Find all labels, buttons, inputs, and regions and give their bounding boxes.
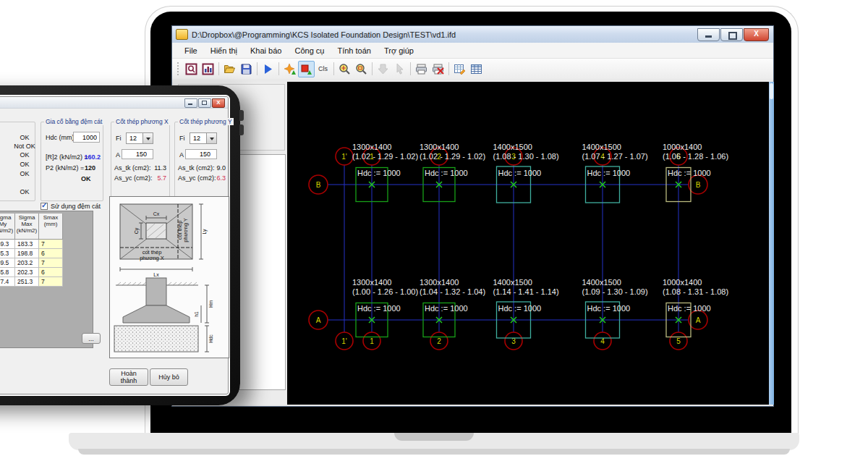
asyc-x-label: As_yc (cm2):: [114, 174, 153, 182]
svg-text:(1.08 - 1.31 - 1.08): (1.08 - 1.31 - 1.08): [663, 287, 728, 296]
fi-y-combobox[interactable]: 12: [190, 132, 217, 144]
svg-text:Ly: Ly: [202, 229, 208, 235]
print-icon[interactable]: [413, 61, 430, 77]
svg-text:Lx: Lx: [153, 272, 159, 277]
dialog-titlebar[interactable]: X: [0, 97, 228, 109]
sand-cushion-group: Gia cố bằng đệm cát Hdc (mm) = [R]2 (kN/…: [41, 122, 103, 201]
dialog-close-button[interactable]: X: [212, 98, 225, 108]
svg-text:1000x1400: 1000x1400: [663, 278, 702, 287]
app-client-area: BBAA1'1'11223344551300x1400(1.02 - 1.29 …: [172, 79, 773, 406]
app-icon: [176, 29, 188, 40]
status-item: OK: [10, 134, 39, 141]
table-icon[interactable]: [468, 61, 485, 77]
menu-item-3[interactable]: Công cụ: [288, 45, 331, 56]
dialog-minimize-button[interactable]: [184, 98, 197, 108]
zoom-extents-icon[interactable]: [336, 61, 353, 77]
svg-text:(1.04 - 1.32 - 1.04): (1.04 - 1.32 - 1.04): [420, 287, 485, 296]
a-label-y: A: [179, 151, 184, 159]
svg-text:Hdc := 1000: Hdc := 1000: [668, 169, 711, 177]
tablet-device: X OKNot OKOKOKOKOK Gia cố bằng đệm cát H…: [0, 85, 240, 405]
rebar-x-group: Cốt thép phương X Fi 12 A As_tk (cm2): 1…: [111, 122, 170, 201]
report-preview-icon[interactable]: [183, 61, 200, 77]
chevron-down-icon[interactable]: [206, 133, 216, 143]
toolbar-separator: [448, 62, 449, 75]
toolbar-grip: [177, 62, 181, 75]
a-y-input[interactable]: [185, 149, 217, 159]
window-title: D:\Dropbox\@Programming\KCS Isolated Fou…: [192, 30, 456, 39]
svg-text:5: 5: [676, 337, 681, 345]
svg-text:1': 1': [341, 153, 347, 161]
svg-text:phương X: phương X: [140, 255, 164, 261]
chart-icon[interactable]: [200, 61, 216, 77]
paste-down-icon[interactable]: [375, 61, 391, 77]
svg-text:2: 2: [437, 337, 441, 345]
table-cell: 7: [39, 277, 63, 287]
table-cell: 155.8: [0, 268, 15, 277]
add-load-icon[interactable]: [281, 61, 298, 77]
svg-text:1300x1400: 1300x1400: [352, 278, 391, 287]
table-cell: 198.8: [15, 249, 39, 258]
chevron-down-icon[interactable]: [142, 133, 153, 143]
results-table: SigmaMx(kN/m2)743SigmaMy(kN/m2)169.3185.…: [0, 211, 93, 348]
fi-x-combobox[interactable]: 12: [126, 132, 153, 144]
toolbar-separator: [372, 62, 373, 75]
dialog-maximize-button[interactable]: [198, 98, 211, 108]
save-icon[interactable]: [238, 61, 255, 77]
svg-text:A: A: [696, 316, 701, 324]
cls-icon[interactable]: Cls: [315, 61, 331, 77]
finish-button[interactable]: Hoàn thành: [109, 368, 148, 386]
zoom-window-icon[interactable]: [353, 61, 370, 77]
menu-item-0[interactable]: File: [178, 45, 204, 56]
menu-item-1[interactable]: Hiển thị: [204, 45, 244, 56]
toolbar: Cls: [172, 59, 773, 80]
foundation-dialog: X OKNot OKOKOKOKOK Gia cố bằng đệm cát H…: [0, 96, 229, 394]
cad-viewport[interactable]: BBAA1'1'11223344551300x1400(1.02 - 1.29 …: [287, 82, 769, 405]
p2-value: 120: [85, 164, 95, 172]
table-header-cell: SigmaMy(kN/m2): [0, 214, 15, 240]
select-cursor-icon[interactable]: [391, 61, 408, 77]
open-file-icon[interactable]: [221, 61, 238, 77]
laptop-base-lip: [78, 449, 790, 455]
viewport-scrollbar[interactable]: [769, 82, 774, 405]
hdc-input[interactable]: [73, 132, 100, 143]
menu-item-4[interactable]: Tính toán: [331, 45, 377, 56]
r2-label: [R]2 (kN/m2) =: [46, 153, 88, 161]
svg-text:Hdc := 1000: Hdc := 1000: [357, 304, 401, 313]
minimize-button[interactable]: [697, 28, 720, 41]
svg-text:B: B: [316, 181, 321, 189]
a-x-input[interactable]: [122, 149, 153, 159]
svg-text:1000x1400: 1000x1400: [663, 143, 702, 151]
cancel-button[interactable]: Hủy bỏ: [150, 368, 188, 386]
tablet-side-button-2: [239, 124, 244, 135]
scrollbar-thumb[interactable]: [770, 83, 773, 99]
table-cell: 169.3: [0, 240, 15, 249]
edit-table-icon[interactable]: [451, 61, 468, 77]
svg-text:phương Y: phương Y: [182, 218, 189, 242]
svg-text:Cy: Cy: [134, 227, 140, 234]
cad-canvas[interactable]: BBAA1'1'11223344551300x1400(1.02 - 1.29 …: [287, 82, 769, 405]
svg-text:(1.00 - 1.26 - 1.00): (1.00 - 1.26 - 1.00): [352, 287, 418, 296]
svg-text:1400x1500: 1400x1500: [582, 278, 621, 287]
svg-text:Hdc := 1000: Hdc := 1000: [498, 304, 542, 313]
maximize-button[interactable]: [720, 28, 743, 41]
status-item: OK: [10, 188, 39, 195]
use-sand-label: Sử dụng đệm cát: [51, 203, 101, 210]
sand-status: OK: [81, 175, 91, 182]
close-button[interactable]: X: [744, 28, 769, 41]
table-header-cell: Smax(mm): [39, 214, 63, 240]
print-cancel-icon[interactable]: [430, 61, 446, 77]
status-item: Not OK: [10, 143, 39, 150]
use-sand-checkbox[interactable]: ✓: [41, 203, 48, 210]
asyc-x-value: 5.7: [157, 174, 166, 182]
svg-text:Hdc := 1000: Hdc := 1000: [668, 304, 711, 313]
svg-text:A: A: [316, 316, 321, 324]
app-window: D:\Dropbox\@Programming\KCS Isolated Fou…: [171, 25, 774, 407]
menu-item-2[interactable]: Khai báo: [244, 45, 288, 56]
more-button[interactable]: ...: [82, 333, 101, 344]
menu-item-5[interactable]: Trợ giúp: [378, 45, 420, 56]
app-titlebar[interactable]: D:\Dropbox\@Programming\KCS Isolated Fou…: [172, 26, 773, 43]
p2-label: P2 (kN/m2) =: [46, 164, 84, 172]
run-icon[interactable]: [260, 61, 276, 77]
add-foundation-icon[interactable]: [298, 61, 315, 77]
svg-text:B: B: [696, 181, 701, 189]
